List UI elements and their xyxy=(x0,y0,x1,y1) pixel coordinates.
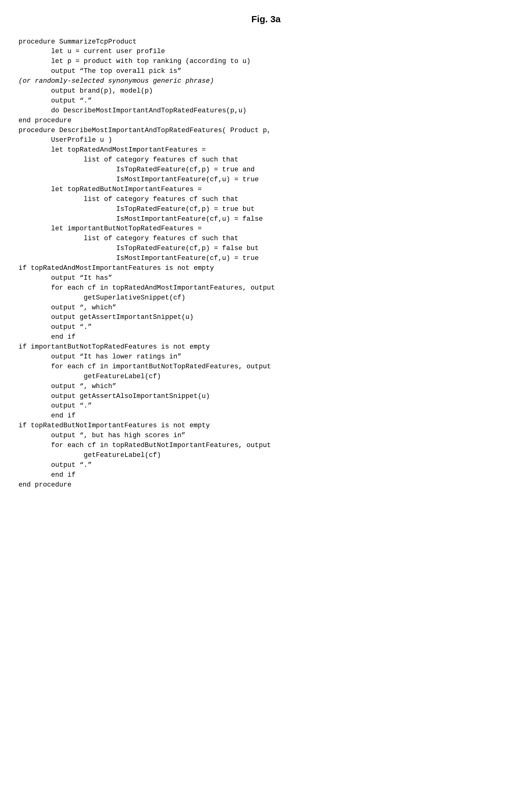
code-line: UserProfile u ) xyxy=(19,135,513,145)
code-line: output “It has” xyxy=(19,273,513,283)
code-line: output “.” xyxy=(19,96,513,106)
code-line: output getAssertImportantSnippet(u) xyxy=(19,312,513,322)
code-line: if importantButNotTopRatedFeatures is no… xyxy=(19,342,513,352)
code-line: end procedure xyxy=(19,480,513,490)
code-line: output “, which” xyxy=(19,303,513,313)
page-container: Fig. 3a procedure SummarizeTcpProduct le… xyxy=(19,12,513,490)
page-title: Fig. 3a xyxy=(19,12,513,26)
code-line: output “.” xyxy=(19,322,513,332)
code-line: output “, but has high scores in” xyxy=(19,431,513,440)
code-line: let u = current user profile xyxy=(19,47,513,56)
code-line: getFeatureLabel(cf) xyxy=(19,450,513,460)
code-line: do DescribeMostImportantAndTopRatedFeatu… xyxy=(19,106,513,116)
code-line: procedure DescribeMostImportantAndTopRat… xyxy=(19,126,513,135)
code-line: for each cf in topRatedAndMostImportantF… xyxy=(19,283,513,293)
code-line: end if xyxy=(19,411,513,421)
code-content: procedure SummarizeTcpProduct let u = cu… xyxy=(19,37,513,490)
code-line: IsMostImportantFeature(cf,u) = true xyxy=(19,175,513,185)
code-line: end procedure xyxy=(19,116,513,126)
code-line: if topRatedButNotImportantFeatures is no… xyxy=(19,421,513,431)
code-line: list of category features cf such that xyxy=(19,234,513,243)
code-line: output brand(p), model(p) xyxy=(19,86,513,96)
code-line: procedure SummarizeTcpProduct xyxy=(19,37,513,47)
code-line: output “.” xyxy=(19,401,513,411)
code-line: output “, which” xyxy=(19,382,513,392)
code-line: let topRatedAndMostImportantFeatures = xyxy=(19,145,513,155)
code-line: for each cf in topRatedButNotImportantFe… xyxy=(19,440,513,450)
code-line: getSuperlativeSnippet(cf) xyxy=(19,293,513,303)
code-line: output getAssertAlsoImportantSnippet(u) xyxy=(19,392,513,401)
code-line: if topRatedAndMostImportantFeatures is n… xyxy=(19,263,513,273)
code-line: list of category features cf such that xyxy=(19,155,513,165)
code-line: for each cf in importantButNotTopRatedFe… xyxy=(19,362,513,372)
code-line: let p = product with top ranking (accord… xyxy=(19,56,513,66)
code-line: (or randomly-selected synonymous generic… xyxy=(19,76,513,86)
code-line: output “The top overall pick is” xyxy=(19,66,513,76)
code-line: IsMostImportantFeature(cf,u) = false xyxy=(19,214,513,224)
code-line: IsTopRatedFeature(cf,p) = true but xyxy=(19,204,513,214)
code-line: output “It has lower ratings in” xyxy=(19,352,513,362)
code-line: end if xyxy=(19,332,513,342)
code-line: let importantButNotTopRatedFeatures = xyxy=(19,224,513,234)
code-line: IsTopRatedFeature(cf,p) = false but xyxy=(19,243,513,253)
code-line: IsMostImportantFeature(cf,u) = true xyxy=(19,253,513,263)
code-line: end if xyxy=(19,470,513,480)
code-line: list of category features cf such that xyxy=(19,195,513,204)
code-line: getFeatureLabel(cf) xyxy=(19,372,513,382)
code-line: let topRatedButNotImportantFeatures = xyxy=(19,185,513,195)
code-line: IsTopRatedFeature(cf,p) = true and xyxy=(19,165,513,175)
code-line: output “.” xyxy=(19,460,513,470)
